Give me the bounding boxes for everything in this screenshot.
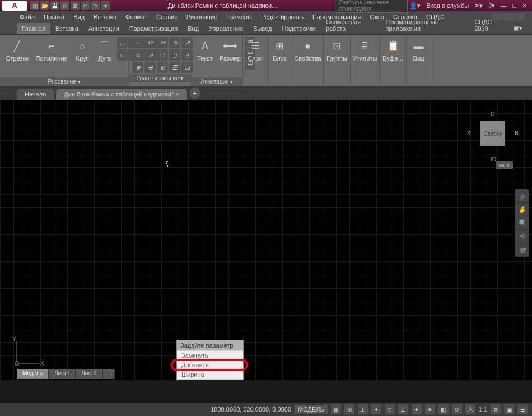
ribtab-collab[interactable]: Совместная работа <box>321 16 381 34</box>
panel-annot-label[interactable]: Аннотации ▾ <box>192 77 242 86</box>
tab-start[interactable]: Начало <box>17 89 54 100</box>
menu-draw[interactable]: Рисование <box>183 12 221 21</box>
layout-sheet2[interactable]: Лист2 <box>76 369 102 379</box>
doc-close-icon[interactable] <box>515 13 525 21</box>
dim-button[interactable]: ⟷Размер <box>217 37 243 76</box>
view-button[interactable]: ▬Вид <box>410 37 427 63</box>
menu-item-vertex[interactable]: Вершина <box>177 379 243 380</box>
new-tab-button[interactable]: + <box>189 87 200 99</box>
ribtab-manage[interactable]: Управление <box>204 23 248 34</box>
viewcube-west[interactable]: З <box>467 130 470 136</box>
minimize-icon[interactable]: — <box>499 2 508 9</box>
maximize-icon[interactable]: □ <box>511 2 518 9</box>
ribtab-home[interactable]: Главная <box>17 23 50 34</box>
search-input[interactable]: Введите ключевое слово/фразу <box>335 0 408 13</box>
polyline-icon: ⌐ <box>44 38 59 54</box>
tab-close-icon[interactable]: × <box>175 91 179 98</box>
nav-zoom-icon[interactable]: 🔍 <box>515 216 529 230</box>
login-link[interactable]: Вход в службы <box>424 2 470 9</box>
qat-saveas-icon[interactable]: ⎘ <box>60 1 69 10</box>
clip-button[interactable]: 📋Буфе... <box>383 37 403 63</box>
panel-draw-label[interactable]: Рисование ▾ <box>0 77 128 86</box>
tab-active-doc[interactable]: Дин.блок Рамки с таблицей надписей* × <box>56 89 186 100</box>
user-icon[interactable]: 👤▾ <box>408 2 422 10</box>
drawing-canvas[interactable]: С Ю В З Сверху МСК ◎ ✋ 🔍 ⟲ ▦ Задайте пар… <box>0 100 532 380</box>
ribtab-output[interactable]: Вывод <box>248 23 277 34</box>
layers-button[interactable]: ☰Слои <box>246 37 264 63</box>
qat-plot-icon[interactable]: 🖶 <box>71 1 80 10</box>
menu-insert[interactable]: Вставка <box>90 12 120 21</box>
otrack-toggle-icon[interactable]: ∠ <box>398 404 408 414</box>
coords-readout[interactable]: 1800.0000, 520.0000, 0.0000 <box>211 406 291 413</box>
qat-open-icon[interactable]: 📂 <box>40 1 49 10</box>
ribbon-collapse-icon[interactable]: ▣▾ <box>508 22 528 34</box>
menu-item-add[interactable]: Добавить <box>177 360 243 369</box>
menu-edit[interactable]: Правка <box>40 12 68 21</box>
ribtab-insert[interactable]: Вставка <box>50 23 83 34</box>
ribtab-param[interactable]: Параметризация <box>124 23 183 34</box>
clean-icon[interactable]: ☰ <box>517 404 528 414</box>
viewcube[interactable]: С Ю В З Сверху <box>470 111 515 156</box>
close-icon[interactable]: ✕ <box>520 2 529 10</box>
layout-model[interactable]: Модель <box>17 369 49 379</box>
window-title: Дин.блок Рамки с таблицей надписи... <box>110 2 335 9</box>
viewcube-north[interactable]: С <box>491 111 494 117</box>
arc-button[interactable]: ⌒Дуга <box>95 37 115 76</box>
line-button[interactable]: ╱Отрезок <box>3 37 31 76</box>
coord-system-badge[interactable]: МСК <box>496 161 513 169</box>
ribtab-addins[interactable]: Надстройки <box>277 23 321 34</box>
menu-service[interactable]: Сервис <box>152 12 181 21</box>
menu-format[interactable]: Формат <box>122 12 151 21</box>
ortho-toggle-icon[interactable]: ⊥ <box>358 404 368 414</box>
ribtab-spds[interactable]: СПДС 2019 <box>469 16 508 34</box>
circle-button[interactable]: ○Круг <box>72 37 92 76</box>
iso-icon[interactable]: ▣ <box>504 404 514 414</box>
menu-file[interactable]: Файл <box>16 12 39 21</box>
menu-item-close[interactable]: Замкнуть <box>177 350 243 360</box>
mode-badge[interactable]: МОДЕЛЬ <box>295 405 328 414</box>
context-menu: Задайте параметр Замкнуть Добавить Ширин… <box>176 340 244 380</box>
groups-button[interactable]: ⊡Группы <box>327 37 347 63</box>
grid-toggle-icon[interactable]: ▦ <box>331 404 341 414</box>
layout-sheet1[interactable]: Лист1 <box>49 369 76 379</box>
exchange-icon[interactable]: ✕▾ <box>473 2 484 10</box>
polyline-button[interactable]: ⌐Полилиния <box>33 37 69 76</box>
menu-modify[interactable]: Редактировать <box>257 12 307 21</box>
nav-pan-icon[interactable]: ✋ <box>515 203 529 216</box>
menu-dim[interactable]: Размеры <box>222 12 256 21</box>
arc-icon: ⌒ <box>97 38 113 54</box>
menu-item-width[interactable]: Ширина <box>177 369 243 379</box>
help-icon[interactable]: ?▾ <box>487 2 497 10</box>
viewcube-east[interactable]: В <box>515 130 519 136</box>
qat-new-icon[interactable]: ▥ <box>30 1 39 10</box>
polar-toggle-icon[interactable]: ✦ <box>371 404 381 414</box>
snap-toggle-icon[interactable]: ⊞ <box>344 404 354 414</box>
menu-view[interactable]: Вид <box>69 12 88 21</box>
props-button[interactable]: ●Свойства <box>296 37 320 63</box>
gear-icon[interactable]: ⚙ <box>491 404 501 414</box>
nav-wheel-icon[interactable]: ◎ <box>515 189 529 203</box>
app-logo: A <box>2 1 27 11</box>
util-button[interactable]: 🖩Утилиты <box>354 37 376 63</box>
qat-save-icon[interactable]: 💾 <box>50 1 59 10</box>
qat-more-icon[interactable]: ▾ <box>101 1 110 10</box>
lwt-toggle-icon[interactable]: ≡ <box>425 404 435 414</box>
osnap-toggle-icon[interactable]: □ <box>385 404 395 414</box>
qat-undo-icon[interactable]: ↶ <box>81 1 90 10</box>
ribtab-featured[interactable]: Рекомендованные приложения <box>381 16 470 34</box>
dyn-toggle-icon[interactable]: + <box>412 404 422 414</box>
nav-orbit-icon[interactable]: ⟲ <box>515 230 529 243</box>
viewcube-face[interactable]: Сверху <box>480 121 505 146</box>
cycle-toggle-icon[interactable]: ⟳ <box>452 404 462 414</box>
ribtab-annot[interactable]: Аннотации <box>83 23 124 34</box>
anno-toggle-icon[interactable]: 人 <box>465 404 475 414</box>
text-button[interactable]: AТекст <box>195 37 215 76</box>
qat-redo-icon[interactable]: ↷ <box>91 1 100 10</box>
layout-add-button[interactable]: + <box>103 369 115 379</box>
panel-edit-label[interactable]: Редактирование ▾ <box>129 74 191 82</box>
block-button[interactable]: ⊞Блок <box>271 37 288 63</box>
trans-toggle-icon[interactable]: ◧ <box>438 404 449 414</box>
nav-show-icon[interactable]: ▦ <box>515 243 529 257</box>
scale-readout[interactable]: 1:1 <box>479 406 487 413</box>
ribtab-view[interactable]: Вид <box>183 23 204 34</box>
